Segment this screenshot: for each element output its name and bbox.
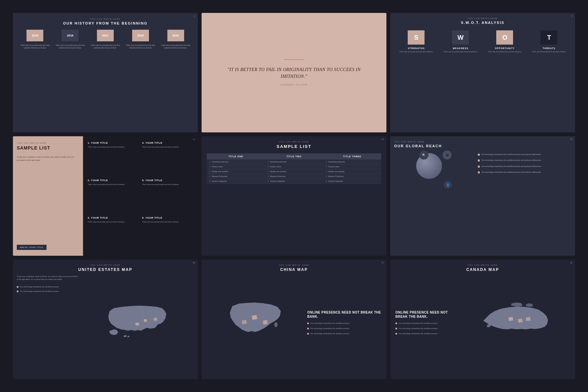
globe-icon-gear: ⚙ bbox=[443, 150, 452, 160]
cell: ✓Something awesome bbox=[265, 160, 323, 164]
list-text-6: That's why we provide point and click so… bbox=[142, 221, 193, 223]
china-list-3: Our technology streamlines the workflow … bbox=[307, 332, 381, 335]
slide3-title: S.W.O.T. ANALYSIS bbox=[394, 21, 571, 25]
slide-quote: "IT IS BETTER TO FAIL IN ORIGINALITY THA… bbox=[202, 13, 386, 132]
slide-num-5: 12 bbox=[381, 138, 384, 140]
timeline-text-2017: That's why we provide point and click so… bbox=[89, 44, 121, 49]
canada-text: ONLINE PRESENCE NEED NOT BREAK THE BANK.… bbox=[395, 275, 457, 373]
list-text-4: That's why we provide point and click so… bbox=[142, 146, 193, 148]
list-title-4: 4. YOUR TITLE bbox=[142, 141, 193, 144]
list-text-4: Our technology streamlines the workflow … bbox=[482, 171, 541, 173]
us-map-content: To get your company's name out there, yo… bbox=[17, 275, 194, 369]
list-text-1: Our technology streamlines the workflow … bbox=[482, 153, 541, 156]
timeline-item-2018: 2018 That's why we provide point and cli… bbox=[125, 30, 156, 49]
list-title-3: 3. YOUR TITLE bbox=[88, 216, 139, 219]
swot-desc-w: That's why we provide point and click so… bbox=[444, 51, 478, 53]
timeline-row: 2015 That's why we provide point and cli… bbox=[17, 30, 193, 129]
slide-num-8: 37 bbox=[381, 262, 384, 264]
slide9-subtitle: YOU CAN WRITE HERE bbox=[395, 264, 570, 266]
quote-text: "IT IS BETTER TO FAIL IN ORIGINALITY THA… bbox=[215, 66, 373, 80]
timeline-box-2015: 2015 bbox=[26, 30, 43, 41]
slide-num-1: 3 bbox=[194, 15, 195, 17]
list-item: Our technology streamlines the workflow … bbox=[478, 159, 571, 161]
us-list-2: Our technology streamlines the workflow … bbox=[17, 290, 79, 293]
list-text-5: That's why we provide point and click so… bbox=[142, 183, 193, 186]
quote-author: CONROD HILTON bbox=[280, 84, 308, 86]
slide8-subtitle: YOU CAN WRITE HERE bbox=[207, 264, 381, 266]
slide-history: 3 YOU CAN WRITE HERE OUR HISTORY FROM TH… bbox=[13, 13, 198, 132]
slide6-title: OUR GLOBAL REACH bbox=[394, 144, 571, 148]
slide4-left-text: To get your company's name out there, yo… bbox=[17, 156, 79, 162]
globe-icon-person: 👤 bbox=[444, 181, 452, 189]
cell: ✓System Integration bbox=[265, 179, 323, 184]
swot-box-t: T bbox=[541, 30, 557, 45]
list-title-5: 5. YOUR TITLE bbox=[142, 179, 193, 182]
canada-list-1: Our technology streamlines the workflow … bbox=[395, 322, 457, 325]
cell: ✓Feature name bbox=[323, 164, 381, 169]
slide4-btn[interactable]: WRITE YOUR TITLE bbox=[17, 245, 47, 250]
slide-global-reach: 25 YOU CAN WRITE HERE OUR GLOBAL REACH 🔍… bbox=[390, 136, 575, 256]
timeline-text-2018: That's why we provide point and click so… bbox=[125, 44, 156, 49]
cell: ✓Feature name bbox=[265, 164, 323, 169]
swot-desc-s: That's why we provide point and click so… bbox=[399, 51, 433, 53]
us-list-text-1: Our technology streamlines the workflow … bbox=[20, 285, 59, 288]
bullet bbox=[307, 333, 309, 335]
slide4-subtitle: YOU CAN WRITE HERE bbox=[17, 142, 79, 144]
list-text-2: Our technology streamlines the workflow … bbox=[482, 159, 541, 161]
slide4-title: SAMPLE LIST bbox=[17, 145, 79, 150]
timeline-text-2019: That's why we provide point and click so… bbox=[160, 44, 192, 49]
cell: ✓Quality over quantity bbox=[207, 169, 265, 174]
list-item-2: 2. YOUR TITLE That's why we provide poin… bbox=[88, 179, 139, 213]
table-row: ✓Something awesome ✓Something awesome ✓S… bbox=[207, 160, 381, 164]
slide5-subtitle: YOU CAN WRITE HERE bbox=[207, 141, 381, 143]
svg-point-4 bbox=[274, 322, 278, 327]
cell: ✓System Integration bbox=[207, 179, 265, 184]
list-item-3: 3. YOUR TITLE That's why we provide poin… bbox=[88, 216, 139, 251]
swot-label-w: WEAKNESS bbox=[453, 47, 468, 49]
list-text-2: That's why we provide point and click so… bbox=[88, 183, 139, 186]
slide-num-4: 11 bbox=[193, 138, 195, 140]
col-header-3: TITLE THREE bbox=[323, 153, 381, 160]
slide-china-map: 37 YOU CAN WRITE HERE CHINA MAP bbox=[202, 260, 386, 379]
canada-list-3: Our technology streamlines the workflow … bbox=[395, 332, 457, 335]
canada-list-2: Our technology streamlines the workflow … bbox=[395, 327, 457, 330]
slide-us-map: 36 YOU CAN WRITE HERE UNITED ESTATES MAP… bbox=[13, 260, 198, 379]
bullet bbox=[395, 333, 397, 335]
swot-box-w: W bbox=[452, 30, 469, 45]
cell: ✓Massive Production bbox=[265, 174, 323, 179]
bullet bbox=[17, 286, 18, 288]
global-list: Our technology streamlines the workflow … bbox=[478, 153, 571, 189]
bullet bbox=[478, 171, 480, 173]
cell: ✓Quality over quantity bbox=[323, 169, 381, 174]
swot-box-s: S bbox=[408, 30, 425, 45]
list-text-3: Our technology streamlines the workflow … bbox=[482, 165, 541, 168]
list-item: Our technology streamlines the workflow … bbox=[478, 165, 571, 168]
china-list-2: Our technology streamlines the workflow … bbox=[307, 327, 381, 330]
timeline-box-2016: 2016 bbox=[62, 30, 79, 41]
swot-row: S STRENGTHS That's why we provide point … bbox=[394, 30, 571, 53]
timeline-item-2015: 2015 That's why we provide point and cli… bbox=[19, 30, 51, 49]
slide8-title: CHINA MAP bbox=[207, 267, 381, 272]
us-desc: To get your company's name out there, yo… bbox=[17, 275, 79, 281]
swot-box-o: O bbox=[496, 30, 513, 45]
slide-num-9: 38 bbox=[570, 262, 572, 264]
cell: ✓Massive Production bbox=[207, 174, 265, 179]
cell: ✓System Integration bbox=[323, 179, 381, 184]
slide-num-7: 36 bbox=[193, 262, 195, 264]
quote-line bbox=[284, 59, 304, 60]
presentation-grid: 3 YOU CAN WRITE HERE OUR HISTORY FROM TH… bbox=[0, 0, 588, 392]
slide4-right: 1. YOUR TITLE That's why we provide poin… bbox=[83, 136, 198, 256]
swot-s: S STRENGTHS That's why we provide point … bbox=[397, 30, 436, 53]
canada-list-text-1: Our technology streamlines the workflow … bbox=[399, 322, 438, 325]
global-content: 🔍 ⚙ 👤 Our technology streamlines the wor… bbox=[394, 153, 571, 189]
cell: ✓Feature name bbox=[207, 164, 265, 169]
slide-num-3: 5 bbox=[571, 15, 572, 17]
china-big-title: ONLINE PRESENCE NEED NOT BREAK THE BANK. bbox=[307, 310, 381, 319]
slide-sample-list-sidebar: 11 YOU CAN WRITE HERE SAMPLE LIST To get… bbox=[13, 136, 198, 256]
slide6-subtitle: YOU CAN WRITE HERE bbox=[394, 141, 571, 143]
list-text-1: That's why we provide point and click so… bbox=[88, 146, 139, 148]
table-row: ✓Feature name ✓Feature name ✓Feature nam… bbox=[207, 164, 381, 169]
cell: ✓Something awesome bbox=[323, 160, 381, 164]
bullet bbox=[478, 160, 480, 161]
timeline-item-2016: 2016 That's why we provide point and cli… bbox=[54, 30, 86, 49]
